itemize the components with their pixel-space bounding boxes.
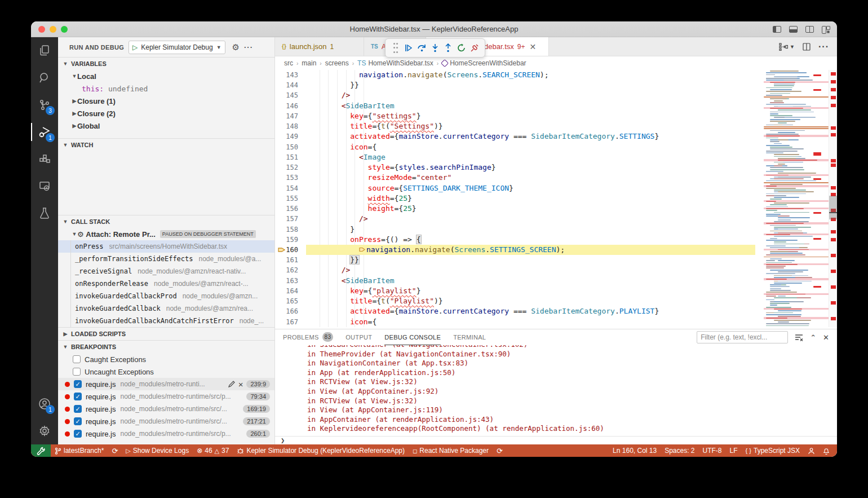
breadcrumb-item[interactable]: main xyxy=(302,59,316,67)
status-language-mode[interactable]: { }TypeScript JSX xyxy=(742,444,804,457)
breakpoint-checkbox[interactable]: ✓ xyxy=(74,380,82,388)
edit-breakpoint-icon[interactable] xyxy=(228,381,235,387)
caught-exceptions-row[interactable]: Caught Exceptions xyxy=(58,353,274,365)
code-editor[interactable]: 1431441451461471481491501511521531541551… xyxy=(275,70,829,327)
line-number[interactable]: 154 xyxy=(275,183,306,193)
scope-local[interactable]: ▼ Local xyxy=(58,70,274,82)
debug-settings-gear-icon[interactable]: ⚙ xyxy=(232,42,240,52)
stack-frame-row[interactable]: invokeGuardedCallbacknode_modules/@amzn/… xyxy=(58,302,274,315)
toggle-secondary-sidebar-icon[interactable] xyxy=(805,26,814,33)
customize-layout-icon[interactable] xyxy=(822,26,830,33)
step-over-icon[interactable] xyxy=(417,42,428,54)
code-line-165[interactable]: title={t("Playlist")} xyxy=(306,296,755,306)
line-number[interactable]: 143 xyxy=(275,70,306,80)
variables-header[interactable]: ▼ VARIABLES xyxy=(58,58,274,70)
status-sync[interactable]: ⟳ xyxy=(108,444,122,457)
call-stack-header[interactable]: ▼ CALL STACK xyxy=(58,215,274,228)
uncaught-exceptions-checkbox[interactable] xyxy=(73,368,81,376)
code-line-167[interactable]: icon={ xyxy=(306,317,755,327)
line-number[interactable]: 149 xyxy=(275,131,306,142)
loaded-scripts-header[interactable]: ▶ LOADED SCRIPTS xyxy=(58,328,274,340)
stack-frame-row[interactable]: onResponderReleasenode_modules/@amzn/rea… xyxy=(58,277,274,290)
line-number[interactable]: 162 xyxy=(275,265,306,275)
code-line-166[interactable]: activated={mainStore.currentCategory ===… xyxy=(306,306,755,316)
line-number[interactable]: 163 xyxy=(275,276,306,286)
code-line-163[interactable]: <SideBarItem xyxy=(306,276,755,286)
status-branch[interactable]: latestBranch* xyxy=(51,444,108,457)
status-indentation[interactable]: Spaces: 2 xyxy=(661,444,698,457)
status-debug-session[interactable]: Kepler Simulator Debug (KeplerVideoRefer… xyxy=(233,444,409,457)
line-number[interactable]: 159 xyxy=(275,235,306,245)
code-line-143[interactable]: navigation.navigate(Screens.SEARCH_SCREE… xyxy=(306,70,755,80)
source-control-icon[interactable]: 3 xyxy=(31,91,58,118)
status-cursor-position[interactable]: Ln 160, Col 13 xyxy=(609,444,661,457)
status-show-device-logs[interactable]: ▷Show Device Logs xyxy=(122,444,193,457)
remote-explorer-icon[interactable] xyxy=(31,173,58,200)
line-number[interactable]: 147 xyxy=(275,111,306,121)
line-number[interactable]: 164 xyxy=(275,286,306,296)
code-line-158[interactable]: } xyxy=(306,224,755,235)
breakpoints-header[interactable]: ▼ BREAKPOINTS xyxy=(58,341,274,353)
run-and-debug-icon[interactable]: 1 xyxy=(31,118,58,146)
code-line-153[interactable]: resizeMode="center" xyxy=(306,173,755,183)
breakpoint-checkbox[interactable]: ✓ xyxy=(74,417,82,425)
console-filter-input[interactable] xyxy=(697,331,788,343)
scrollbar-thumb[interactable] xyxy=(829,196,837,219)
minimap[interactable] xyxy=(764,70,829,327)
line-number[interactable]: 144 xyxy=(275,80,306,90)
toggle-primary-sidebar-icon[interactable] xyxy=(773,26,781,33)
line-number[interactable]: 160 xyxy=(275,245,306,255)
line-number[interactable]: 148 xyxy=(275,121,306,131)
code-line-159[interactable]: onPress={() => { xyxy=(306,235,755,245)
status-problems[interactable]: ⊗46△37 xyxy=(193,444,233,457)
status-encoding[interactable]: UTF-8 xyxy=(699,444,726,457)
code-line-155[interactable]: width={25} xyxy=(306,193,755,204)
breakpoint-checkbox[interactable]: ✓ xyxy=(74,393,82,400)
settings-icon[interactable] xyxy=(31,417,58,444)
remote-indicator[interactable] xyxy=(31,444,51,457)
code-line-164[interactable]: key={"playlist"} xyxy=(306,286,755,296)
stack-frame-row[interactable]: invokeGuardedCallbackAndCatchFirstErrorn… xyxy=(58,315,274,327)
line-number[interactable]: 161 xyxy=(275,255,306,265)
line-number[interactable]: 155 xyxy=(275,193,306,204)
close-window-button[interactable] xyxy=(38,26,45,33)
maximize-panel-icon[interactable]: ⌃ xyxy=(810,333,816,342)
code-line-154[interactable]: source={SETTINGS_DARK_THEME_ICON} xyxy=(306,183,755,193)
breakpoint-row[interactable]: ✓require.jsnode_modules/metro-runtime/sr… xyxy=(58,415,274,428)
code-line-144[interactable]: }} xyxy=(306,80,755,90)
breakpoint-checkbox[interactable]: ✓ xyxy=(74,430,82,438)
stack-frame-row[interactable]: _performTransitionSideEffectsnode_module… xyxy=(58,253,274,265)
split-editor-icon[interactable] xyxy=(803,43,811,51)
toggle-panel-icon[interactable] xyxy=(789,26,798,33)
line-number[interactable]: 167 xyxy=(275,317,306,327)
breakpoint-row[interactable]: ✓require.jsnode_modules/metro-runti...×2… xyxy=(58,378,274,390)
code-line-147[interactable]: key={"settings"} xyxy=(306,111,755,121)
caught-exceptions-checkbox[interactable] xyxy=(73,355,81,363)
breadcrumb-item[interactable]: TSHomeWithSidebar.tsx xyxy=(357,59,433,67)
breakpoint-checkbox[interactable]: ✓ xyxy=(74,405,82,413)
testing-icon[interactable] xyxy=(31,200,58,227)
code-content[interactable]: navigation.navigate(Screens.SEARCH_SCREE… xyxy=(306,70,755,327)
code-line-162[interactable]: /> xyxy=(306,265,755,275)
code-line-156[interactable]: height={25} xyxy=(306,204,755,214)
breakpoint-row[interactable]: ✓require.jsnode_modules/metro-runtime/sr… xyxy=(58,390,274,403)
watch-header[interactable]: ▼ WATCH xyxy=(58,139,274,151)
scope-global[interactable]: ▶ Global xyxy=(58,120,274,132)
debug-console-output[interactable]: in SideBarContainer (at NavigationContai… xyxy=(275,345,837,437)
code-line-152[interactable]: style={styles.searchPinImage} xyxy=(306,162,755,173)
line-number[interactable]: 145 xyxy=(275,90,306,100)
editor-gutter[interactable]: 1431441451461471481491501511521531541551… xyxy=(275,70,306,327)
debug-config-dropdown[interactable]: ▷ Kepler Simulator Debug ▼ xyxy=(129,41,225,54)
scope-closure-2[interactable]: ▶ Closure (2) xyxy=(58,107,274,120)
line-number[interactable]: 153 xyxy=(275,173,306,183)
code-line-150[interactable]: icon={ xyxy=(306,142,755,152)
zoom-window-button[interactable] xyxy=(61,26,68,33)
overview-ruler-scrollbar[interactable] xyxy=(829,70,837,327)
start-debug-icon[interactable]: ▷ xyxy=(132,43,138,51)
panel-tab-debug-console[interactable]: DEBUG CONSOLE xyxy=(384,329,441,345)
breakpoint-row[interactable]: ✓require.jsnode_modules/metro-runtime/sr… xyxy=(58,428,274,440)
code-line-160[interactable]: navigation.navigate(Screens.SETTINGS_SCR… xyxy=(306,245,755,255)
breadcrumb-item[interactable]: HomeScreenWithSidebar xyxy=(442,59,526,67)
breadcrumb-item[interactable]: src xyxy=(284,59,293,67)
line-number[interactable]: 157 xyxy=(275,214,306,224)
